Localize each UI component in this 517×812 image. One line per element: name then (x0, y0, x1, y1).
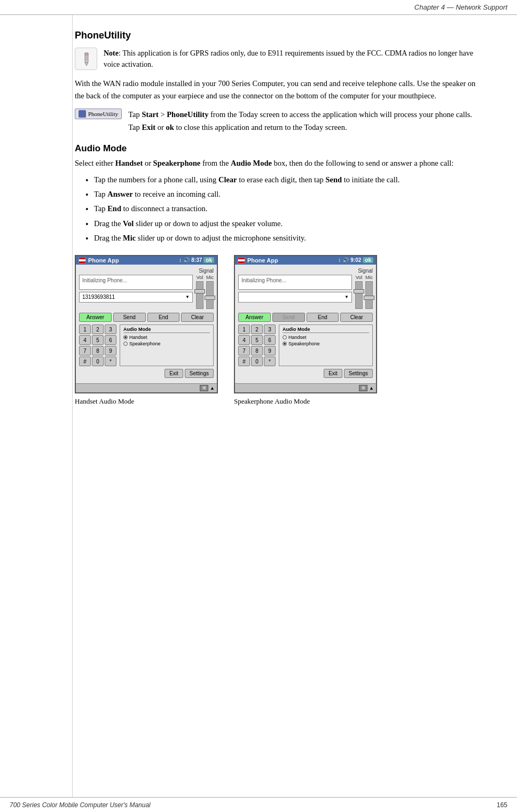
key-1-7[interactable]: 7 (79, 346, 91, 355)
key-1-star[interactable]: * (105, 357, 116, 366)
send-btn-2[interactable]: Send (272, 313, 305, 322)
radio-speakerphone-label-2: Speakerphone (288, 341, 320, 346)
end-bold: End (107, 204, 121, 213)
keypad-row-2-3: 7 8 9 (238, 346, 276, 355)
init-box-1: Initializing Phone... (79, 275, 193, 290)
exit-btn-1[interactable]: Exit (164, 369, 183, 378)
exit-btn-2[interactable]: Exit (324, 369, 342, 378)
speakerphone-bold: Speakerphone (153, 159, 201, 167)
audio-mode-title: Audio Mode (75, 143, 485, 154)
taskbar-arrow-1: ▲ (210, 385, 215, 391)
end-btn-2[interactable]: End (307, 313, 339, 322)
phone-input-2[interactable]: ▼ (238, 292, 352, 303)
end-btn-1[interactable]: End (147, 313, 180, 322)
key-1-8[interactable]: 8 (92, 346, 104, 355)
key-1-3[interactable]: 3 (105, 324, 116, 334)
pencil-icon (79, 52, 93, 66)
key-2-5[interactable]: 5 (251, 335, 263, 345)
svg-rect-2 (85, 53, 88, 55)
left-col-1: Initializing Phone... 13193693811 ▼ (79, 275, 193, 310)
radio-speakerphone-circle-1[interactable] (123, 342, 128, 346)
radio-speakerphone-1[interactable]: Speakerphone (123, 341, 210, 346)
signal-row-1: Signal (79, 268, 214, 274)
mic-slider-track-1[interactable] (206, 281, 214, 309)
key-1-hash[interactable]: # (79, 357, 91, 366)
dropdown-arrow-1: ▼ (185, 295, 190, 299)
bullet-4: Drag the Vol slider up or down to adjust… (85, 218, 485, 230)
note-text: Note: This application is for GPRS radio… (104, 48, 485, 70)
answer-btn-1[interactable]: Answer (79, 313, 112, 322)
radio-handset-circle-1[interactable] (123, 335, 128, 339)
key-2-8[interactable]: 8 (251, 346, 263, 355)
settings-btn-2[interactable]: Settings (344, 369, 373, 378)
key-2-star[interactable]: * (264, 357, 276, 366)
mic-slider-2: Mic (365, 275, 373, 309)
screenshot-handset: Phone App ↕ 🔊 8:37 ok Signal (75, 255, 218, 406)
key-1-5[interactable]: 5 (92, 335, 104, 345)
answer-btn-2[interactable]: Answer (238, 313, 271, 322)
phone-input-1[interactable]: 13193693811 ▼ (79, 292, 193, 303)
right-col-1: Vol Mic (196, 275, 214, 310)
key-1-0[interactable]: 0 (92, 357, 104, 366)
radio-handset-2[interactable]: Handset (283, 335, 369, 340)
vol-slider-track-1[interactable] (196, 281, 203, 309)
vol-slider-thumb-1[interactable] (194, 289, 205, 293)
key-1-6[interactable]: 6 (105, 335, 116, 345)
audio-mode-para: Select either Handset or Speakerphone fr… (75, 157, 485, 169)
pu-icon-img (79, 110, 86, 118)
keypad-row-2-2: 4 5 6 (238, 335, 276, 345)
key-1-4[interactable]: 4 (79, 335, 91, 345)
keypad-audio-2: 1 2 3 4 5 6 7 8 (238, 324, 373, 366)
keypad-row-1-3: 7 8 9 (79, 346, 116, 355)
radio-speakerphone-2[interactable]: Speakerphone (283, 341, 369, 346)
mic-slider-thumb-1[interactable] (205, 296, 215, 300)
vol-slider-1: Vol (196, 275, 203, 309)
key-2-1[interactable]: 1 (238, 324, 250, 334)
key-1-2[interactable]: 2 (92, 324, 104, 334)
vol-slider-track-2[interactable] (355, 281, 363, 309)
ok-bold: ok (166, 123, 174, 132)
title-time-2: 9:02 (350, 257, 361, 263)
audio-mode-box-2: Audio Mode Handset Speakerphone (279, 324, 373, 366)
key-2-7[interactable]: 7 (238, 346, 250, 355)
mic-slider-thumb-2[interactable] (364, 296, 374, 300)
key-2-6[interactable]: 6 (264, 335, 276, 345)
key-2-9[interactable]: 9 (264, 346, 276, 355)
key-2-3[interactable]: 3 (264, 324, 276, 334)
keypad-row-1-1: 1 2 3 (79, 324, 116, 334)
vol-slider-2: Vol (355, 275, 363, 309)
key-2-2[interactable]: 2 (251, 324, 263, 334)
phone-window-1: Phone App ↕ 🔊 8:37 ok Signal (75, 255, 218, 393)
audio-mode-box-title-2: Audio Mode (283, 327, 369, 333)
note-icon (75, 48, 97, 70)
radio-speakerphone-circle-2[interactable] (283, 342, 287, 346)
key-2-hash[interactable]: # (238, 357, 250, 366)
clear-bold-1: Clear (218, 175, 237, 184)
key-2-0[interactable]: 0 (251, 357, 263, 366)
key-1-9[interactable]: 9 (105, 346, 116, 355)
bottom-btns-2: Exit Settings (238, 369, 373, 378)
body-para-2: Tap Start > PhoneUtility from the Today … (128, 109, 485, 133)
keypad-audio-1: 1 2 3 4 5 6 7 8 (79, 324, 214, 366)
taskbar-icon-2: ⊞ (359, 385, 367, 391)
vol-slider-thumb-2[interactable] (354, 289, 364, 293)
keypad-row-1-2: 4 5 6 (79, 335, 116, 345)
svg-marker-1 (85, 63, 88, 66)
clear-btn-1[interactable]: Clear (181, 313, 214, 322)
main-content: PhoneUtility Note: This application is f… (0, 15, 517, 797)
clear-btn-2[interactable]: Clear (340, 313, 373, 322)
section-title: PhoneUtility (75, 30, 485, 41)
radio-handset-circle-2[interactable] (283, 335, 287, 339)
screenshots-row: Phone App ↕ 🔊 8:37 ok Signal (75, 255, 485, 406)
key-2-4[interactable]: 4 (238, 335, 250, 345)
key-1-1[interactable]: 1 (79, 324, 91, 334)
ok-badge-1: ok (203, 257, 214, 263)
send-btn-1[interactable]: Send (113, 313, 146, 322)
screenshot-caption-2: Speakerphone Audio Mode (234, 397, 310, 406)
radio-handset-1[interactable]: Handset (123, 335, 210, 340)
settings-btn-1[interactable]: Settings (185, 369, 214, 378)
mic-slider-track-2[interactable] (365, 281, 373, 309)
keypad-row-1-4: # 0 * (79, 357, 116, 366)
ok-badge-2: ok (363, 257, 373, 263)
phone-app-title-2: Phone App (247, 257, 278, 264)
